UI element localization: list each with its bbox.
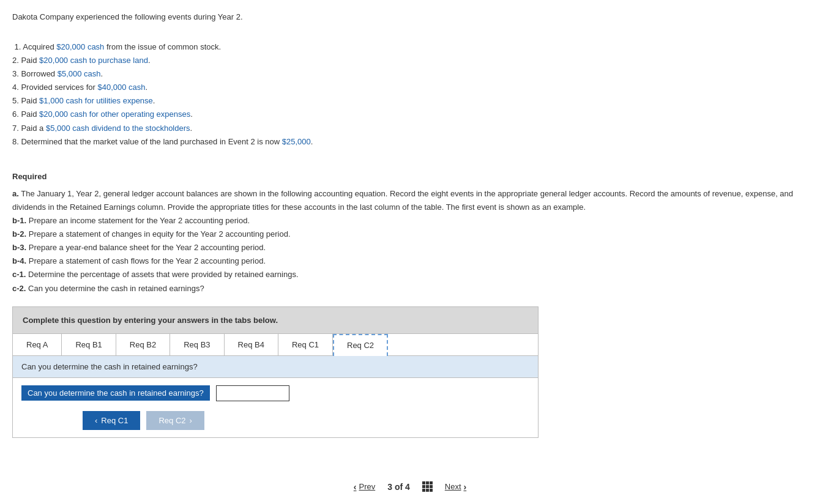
- prev-label: Prev: [359, 482, 375, 491]
- bottom-nav: ‹ Prev 3 of 4 Next ›: [0, 481, 820, 492]
- complete-box: Complete this question by entering your …: [12, 306, 539, 334]
- tab-req-a[interactable]: Req A: [13, 334, 62, 355]
- tabs-container: Req A Req B1 Req B2 Req B3 Req B4 Req C1…: [12, 334, 539, 438]
- next-button[interactable]: Next ›: [445, 482, 466, 492]
- tab-req-b2[interactable]: Req B2: [116, 334, 170, 355]
- prev-chevron-icon: ‹: [95, 416, 97, 425]
- req-b1: b-1. Prepare an income statement for the…: [12, 214, 808, 228]
- req-b2: b-2. Prepare a statement of changes in e…: [12, 228, 808, 241]
- req-b4: b-4. Prepare a statement of cash flows f…: [12, 254, 808, 268]
- event-1: 1. Acquired $20,000 cash from the issue …: [12, 40, 808, 54]
- event-2: 2. Paid $20,000 cash to purchase land.: [12, 54, 808, 67]
- intro-text: Dakota Company experienced the following…: [12, 12, 808, 21]
- next-chevron-icon: ›: [190, 416, 192, 425]
- question-row: Can you determine the cash in retained e…: [21, 385, 529, 401]
- page-info: 3 of 4: [387, 482, 410, 492]
- req-c2: c-2. Can you determine the cash in retai…: [12, 282, 808, 295]
- tab-req-b4[interactable]: Req B4: [225, 334, 278, 355]
- next-req-label: Req C2: [158, 416, 185, 425]
- tab-req-c1[interactable]: Req C1: [278, 334, 333, 355]
- event-3: 3. Borrowed $5,000 cash.: [12, 67, 808, 81]
- question-label: Can you determine the cash in retained e…: [21, 385, 210, 401]
- event-6: 6. Paid $20,000 cash for other operating…: [12, 108, 808, 121]
- complete-box-text: Complete this question by entering your …: [23, 316, 278, 325]
- event-8: 8. Determined that the market value of t…: [12, 135, 808, 149]
- event-5: 5. Paid $1,000 cash for utilities expens…: [12, 94, 808, 108]
- event-4: 4. Provided services for $40,000 cash.: [12, 81, 808, 94]
- nav-buttons: ‹ Req C1 Req C2 ›: [83, 411, 529, 430]
- tab-req-c2[interactable]: Req C2: [333, 334, 388, 356]
- required-title: Required: [12, 170, 808, 183]
- req-c1: c-1. Determine the percentage of assets …: [12, 268, 808, 281]
- prev-req-button[interactable]: ‹ Req C1: [83, 411, 140, 430]
- tabs-row: Req A Req B1 Req B2 Req B3 Req B4 Req C1…: [13, 334, 538, 356]
- tab-req-b3[interactable]: Req B3: [170, 334, 224, 355]
- answer-input[interactable]: [216, 385, 289, 401]
- prev-req-label: Req C1: [101, 416, 128, 425]
- prev-chevron-icon: ‹: [354, 482, 357, 492]
- next-req-button[interactable]: Req C2 ›: [146, 411, 204, 430]
- tab-content-body: Can you determine the cash in retained e…: [13, 378, 538, 437]
- next-label: Next: [445, 482, 461, 491]
- event-7: 7. Paid a $5,000 cash dividend to the st…: [12, 122, 808, 135]
- prev-button[interactable]: ‹ Prev: [354, 482, 375, 492]
- tab-req-b1[interactable]: Req B1: [62, 334, 116, 355]
- events-list: 1. Acquired $20,000 cash from the issue …: [12, 40, 808, 149]
- required-section: Required a. The January 1, Year 2, gener…: [12, 170, 808, 295]
- grid-icon[interactable]: [422, 481, 433, 492]
- req-a: a. The January 1, Year 2, general ledger…: [12, 187, 808, 214]
- next-chevron-icon: ›: [464, 482, 467, 492]
- tab-content-header: Can you determine the cash in retained e…: [13, 356, 538, 378]
- req-b3: b-3. Prepare a year-end balance sheet fo…: [12, 241, 808, 254]
